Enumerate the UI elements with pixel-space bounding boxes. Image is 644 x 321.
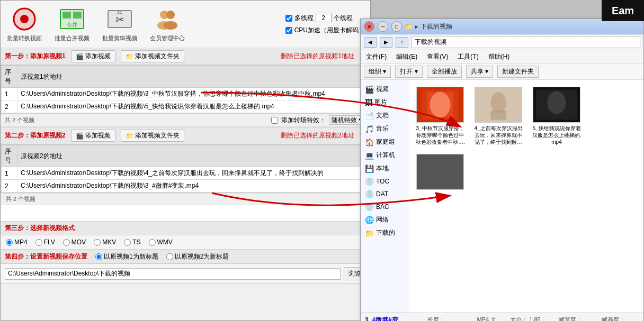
svg-point-20	[430, 92, 450, 118]
sidebar-item-TOC[interactable]: 💿TOC	[361, 175, 408, 188]
save-path-input[interactable]	[5, 268, 341, 280]
format-mp4-radio[interactable]	[6, 239, 13, 246]
col-header-num1: 序号	[2, 66, 17, 88]
table-row[interactable]: 2C:\Users\Administrator\Desktop\下载的视频\5_…	[2, 100, 370, 113]
sidebar-item-本地[interactable]: 💾本地	[361, 162, 408, 175]
format-wmv-radio[interactable]	[149, 239, 156, 246]
save-option2-radio[interactable]	[166, 253, 173, 260]
step1-label[interactable]: 第一步：添加原视频1	[5, 52, 66, 61]
format-wmv[interactable]: WMV	[149, 239, 173, 246]
step2-bar: 第二步：添加原视频2 🎬 添加视频 📁 添加视频文件夹 删除已选择的原视频2地址…	[1, 127, 370, 144]
step4-label[interactable]: 第四步：设置新视频保存位置	[5, 252, 87, 261]
thread-count-input[interactable]	[316, 14, 332, 22]
transition-checkbox[interactable]	[271, 117, 278, 124]
back-btn[interactable]: ◀	[364, 37, 377, 48]
save-option1-radio[interactable]	[95, 253, 102, 260]
row-path: C:\Users\Administrator\Desktop\下载的视频\3_#…	[17, 180, 370, 192]
format-mp4[interactable]: MP4	[6, 239, 28, 246]
table-row[interactable]: 2C:\Users\Administrator\Desktop\下载的视频\3_…	[2, 180, 370, 192]
step3-label[interactable]: 第三步：选择新视频格式	[5, 224, 75, 233]
menu-h[interactable]: 帮助(H)	[486, 51, 512, 62]
step4-bar: 第四步：设置新视频保存位置 以原视频1为新标题 以原视频2为新标题	[1, 250, 370, 264]
delete-video1-btn[interactable]: 删除已选择的原视频1地址	[281, 52, 354, 61]
toolbar-right: 多线程 个线程 CPU加速（用显卡解码）	[285, 14, 365, 35]
thumb-item[interactable]: 5_快给我说说你穿着汉服是怎么上楼梯的.mp4	[530, 85, 583, 147]
add-video2-btn[interactable]: 🎬 添加视频	[71, 130, 115, 142]
sidebar-item-视频[interactable]: 🎬视频	[361, 82, 408, 96]
format-mkv-radio[interactable]	[94, 239, 101, 246]
format-flv[interactable]: FLV	[35, 239, 55, 246]
maximize-btn[interactable]: □	[391, 21, 402, 32]
menu-v[interactable]: 查看(V)	[425, 51, 450, 62]
cpu-label: CPU加速（用显卡解码）	[294, 26, 365, 35]
sidebar-item-文档[interactable]: 📄文档	[361, 109, 408, 122]
add-folder1-btn[interactable]: 📁 添加视频文件夹	[121, 50, 184, 62]
video1-table-container: 序号 原视频1的地址 1C:\Users\Administrator\Deskt…	[1, 65, 370, 114]
svg-text:✂: ✂	[115, 14, 124, 25]
menu-t[interactable]: 工具(T)	[455, 51, 480, 62]
table-row[interactable]: 1C:\Users\Administrator\Desktop\下载的视频\4_…	[2, 167, 370, 180]
sidebar-item-网络[interactable]: 🌐网络	[361, 213, 408, 226]
step2-label[interactable]: 第二步：添加原视频2	[5, 131, 66, 140]
sidebar-item-BAC[interactable]: 💿BAC	[361, 200, 408, 213]
video1-count: 共 2 个视频	[5, 116, 34, 124]
action-[interactable]: 组织 ▾	[364, 66, 391, 78]
sidebar-item-音乐[interactable]: 🎵音乐	[361, 122, 408, 135]
cpu-checkbox[interactable]	[285, 27, 292, 34]
action-[interactable]: 共享 ▾	[466, 66, 493, 78]
address-input[interactable]: 下载的视频	[412, 36, 640, 48]
toolbar-item-member[interactable]: 会员管理中心	[149, 6, 186, 42]
thumb-grid: 3_中秋节汉服穿搭，你想穿哪个颜色过中秋色彩收集者中秋.mp44_之前每次穿汉服…	[411, 82, 641, 203]
table-row[interactable]: 1C:\Users\Administrator\Desktop\下载的视频\3_…	[2, 88, 370, 100]
format-ts[interactable]: TS	[124, 239, 140, 246]
sidebar-item-图片[interactable]: 🖼图片	[361, 96, 408, 109]
explorer-titlebar: ✕ ─ □ 📁 ▸ 下载的视频	[361, 19, 643, 34]
toolbar-item-edit[interactable]: ✂ 21 批量剪辑视频	[101, 6, 138, 42]
video2-table: 序号 原视频2的地址 1C:\Users\Administrator\Deskt…	[1, 145, 370, 192]
format-mkv[interactable]: MKV	[94, 239, 116, 246]
add-video1-btn[interactable]: 🎬 添加视频	[71, 50, 115, 62]
toolbar-item-merge[interactable]: 合并 批量合并视频	[53, 6, 91, 42]
explorer-window: ✕ ─ □ 📁 ▸ 下载的视频 ◀ ▶ ↑ 下载的视频 文件(F)编辑(E)查看…	[360, 19, 644, 321]
minimize-btn[interactable]: ─	[378, 21, 388, 32]
action-[interactable]: 新建文件夹	[497, 66, 539, 78]
video2-table-container: 序号 原视频2的地址 1C:\Users\Administrator\Deskt…	[1, 144, 370, 193]
add-video1-icon: 🎬	[76, 53, 84, 60]
format-flv-radio[interactable]	[35, 239, 42, 246]
explorer-bottom: 3_#微胖#变装.mp4 长度： 00:00:06 MP4 文件 大小： 1.8…	[361, 313, 643, 321]
format-mov[interactable]: MOV	[63, 239, 86, 246]
save-option2[interactable]: 以原视频2为新标题	[166, 252, 229, 261]
sidebar-item-计算机[interactable]: 💻计算机	[361, 149, 408, 162]
sidebar-label: 文档	[376, 111, 389, 120]
thumb-item[interactable]: 4_之前每次穿汉服出去玩，回来掙鼻就不见了，终于找到解决的...	[472, 85, 525, 147]
menu-e[interactable]: 编辑(E)	[394, 51, 419, 62]
action-[interactable]: 全部播放	[427, 66, 462, 78]
sidebar-item-下载的[interactable]: 📁下载的	[361, 226, 408, 240]
forward-btn[interactable]: ▶	[380, 37, 392, 48]
sidebar-item-家庭组[interactable]: 🏠家庭组	[361, 135, 408, 149]
action-[interactable]: 打开 ▾	[395, 66, 422, 78]
format-ts-radio[interactable]	[124, 239, 131, 246]
sidebar-item-DAT[interactable]: 💿DAT	[361, 188, 408, 200]
thumb-item[interactable]: 3_...	[414, 152, 467, 200]
close-btn[interactable]: ✕	[364, 21, 374, 32]
up-btn[interactable]: ↑	[396, 37, 408, 48]
filetype: MP4 文件	[477, 316, 502, 321]
step1-section: 第一步：添加原视频1 🎬 添加视频 📁 添加视频文件夹 删除已选择的原视频1地址…	[1, 48, 370, 127]
toolbar: ▶ 批量转换视频 合并 批量合并视频	[1, 1, 370, 48]
sidebar-icon: 💿	[365, 177, 374, 186]
multithread-checkbox[interactable]	[285, 15, 292, 22]
add-folder2-btn[interactable]: 📁 添加视频文件夹	[121, 130, 184, 142]
save-option1[interactable]: 以原视频1为新标题	[95, 252, 158, 261]
svg-rect-6	[62, 12, 71, 19]
sidebar-icon: 🎬	[365, 85, 374, 94]
sidebar-icon: 💿	[365, 203, 374, 211]
delete-video2-btn[interactable]: 删除已选择的原视频2地址	[281, 131, 354, 140]
explorer-menubar: 文件(F)编辑(E)查看(V)工具(T)帮助(H)	[361, 50, 643, 64]
toolbar-item-convert[interactable]: ▶ 批量转换视频	[6, 6, 43, 42]
svg-point-16	[164, 21, 177, 30]
thumb-item[interactable]: 3_中秋节汉服穿搭，你想穿哪个颜色过中秋色彩收集者中秋.mp4	[414, 85, 467, 147]
format-mov-radio[interactable]	[63, 239, 70, 246]
menu-f[interactable]: 文件(F)	[364, 51, 389, 62]
file-info: 3_#微胖#变装.mp4 长度： 00:00:06 MP4 文件 大小： 1.8…	[365, 316, 639, 321]
